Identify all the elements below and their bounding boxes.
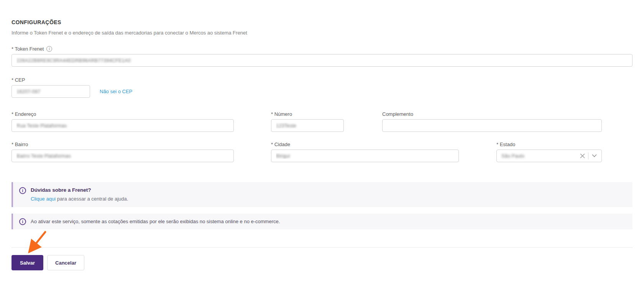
token-input[interactable] [12,54,632,67]
numero-input[interactable] [271,119,344,132]
cep-field-group: * CEP Não sei o CEP [12,76,632,98]
numero-label: * Número [271,110,344,118]
info-circle-icon: i [19,187,26,194]
chevron-down-icon[interactable] [588,154,598,158]
actions-bar: Salvar Cancelar [12,255,632,270]
page-title: CONFIGURAÇÕES [12,19,632,25]
service-activation-infobox: i Ao ativar este serviço, somente as cot… [12,214,632,229]
save-button[interactable]: Salvar [12,255,43,270]
token-label: * Token Frenet [12,46,44,52]
info-circle-icon: i [19,218,26,225]
info-circle-icon[interactable]: i [46,46,52,52]
clear-icon[interactable] [577,153,588,158]
cep-input[interactable] [12,85,90,98]
infobox-title: Dúvidas sobre a Frenet? [31,187,128,194]
complemento-input[interactable] [382,119,602,132]
token-label-row: * Token Frenet i [12,45,632,53]
infobox-text: Ao ativar este serviço, somente as cotaç… [31,219,280,225]
frenet-help-infobox: i Dúvidas sobre a Frenet? Clique aqui pa… [12,182,632,207]
cancel-button[interactable]: Cancelar [47,255,84,270]
complemento-label: Complemento [382,110,602,118]
infobox-body: Clique aqui para acessar a central de aj… [31,196,128,202]
cep-help-link[interactable]: Não sei o CEP [100,89,132,94]
district-row: * Bairro * Cidade * Estado São Paulo [12,140,632,162]
bairro-input[interactable] [12,150,234,162]
page-subtitle: Informe o Token Frenet e o endereço de s… [12,30,632,36]
estado-value: São Paulo [501,153,577,159]
endereco-label: * Endereço [12,110,234,118]
estado-label: * Estado [496,140,602,148]
address-row: * Endereço * Número Complemento [12,110,632,132]
endereco-input[interactable] [12,119,234,132]
footer-divider [12,247,632,248]
settings-page: CONFIGURAÇÕES Informe o Token Frenet e o… [12,0,632,270]
infobox-body-text: para acessar a central de ajuda. [56,196,128,202]
estado-select[interactable]: São Paulo [496,150,602,162]
cep-label: * CEP [12,76,632,84]
cidade-label: * Cidade [271,140,459,148]
help-center-link[interactable]: Clique aqui [31,196,56,202]
orange-arrow-annotation [21,230,52,257]
cidade-input[interactable] [271,150,459,162]
bairro-label: * Bairro [12,140,234,148]
token-field-group: * Token Frenet i [12,45,632,67]
